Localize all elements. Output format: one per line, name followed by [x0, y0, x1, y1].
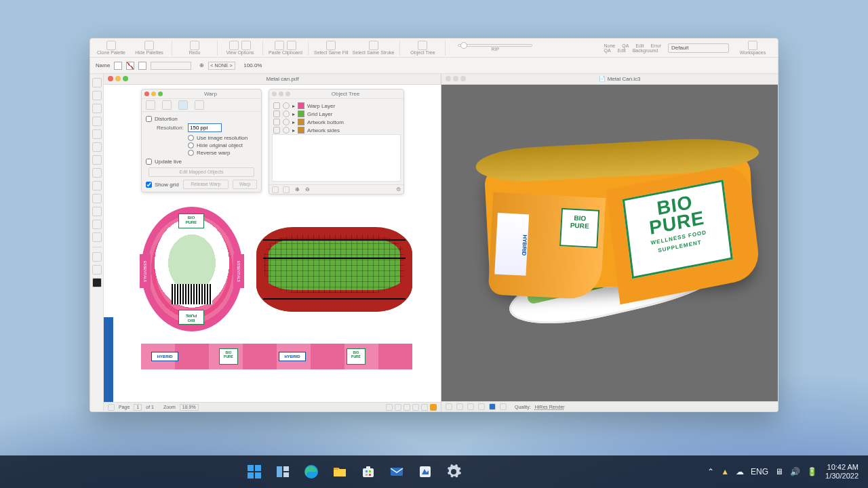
- hand-tool-icon[interactable]: [92, 168, 102, 178]
- delete-anchor-icon[interactable]: [92, 220, 102, 229]
- resolution-input[interactable]: [188, 123, 222, 132]
- warp-tab-4-icon[interactable]: [195, 100, 204, 110]
- stroke-swatch[interactable]: [126, 62, 134, 70]
- toolbar-group-hide[interactable]: Hide Palettes: [132, 41, 166, 55]
- toolbar-group-select-fill[interactable]: Select Same Fill: [314, 41, 349, 55]
- eye-icon[interactable]: [273, 119, 280, 125]
- zoom-input[interactable]: 18.9%: [180, 404, 199, 411]
- warp-button[interactable]: Warp: [233, 180, 257, 189]
- app-pinned-icon[interactable]: [414, 461, 436, 483]
- distortion-toggle[interactable]: [146, 116, 152, 122]
- window-controls-right[interactable]: [446, 76, 466, 81]
- toolbar-group-clone[interactable]: Clone Palette: [94, 41, 128, 55]
- warp-tabs[interactable]: [142, 99, 261, 112]
- layer-row[interactable]: ▸Artwork sides: [273, 126, 399, 134]
- use-image-res-radio[interactable]: [188, 135, 194, 141]
- layer-row[interactable]: ▸Warp Layer: [273, 102, 399, 110]
- lock-icon[interactable]: [283, 119, 290, 125]
- add-anchor-icon[interactable]: [92, 207, 102, 216]
- status-icon[interactable]: [108, 404, 115, 411]
- release-warp-button[interactable]: Release Warp: [183, 180, 229, 189]
- eye-icon[interactable]: [273, 110, 280, 117]
- view-icon[interactable]: [500, 403, 507, 410]
- toolbar-group-objtree[interactable]: Object Tree: [406, 41, 439, 55]
- reverse-warp-radio[interactable]: [188, 150, 194, 156]
- tray-chevron-icon[interactable]: ⌃: [707, 467, 714, 476]
- objtree-footer-icon[interactable]: [272, 186, 279, 193]
- warp-tab-1-icon[interactable]: [146, 100, 155, 110]
- layer-row[interactable]: ▸Artwork bottom: [273, 118, 399, 126]
- status-icon[interactable]: [386, 404, 393, 411]
- status-icon[interactable]: [403, 404, 410, 411]
- lock-icon[interactable]: [283, 127, 290, 134]
- rip-slider[interactable]: [458, 44, 532, 47]
- tray-onedrive-icon[interactable]: ▲: [721, 467, 729, 476]
- type-tool-icon[interactable]: [92, 155, 102, 165]
- right-tab-name[interactable]: 📄 Metal Can.ic3: [599, 76, 640, 82]
- warp-tab-3-icon[interactable]: [178, 100, 188, 110]
- zoom-tool-icon[interactable]: [92, 181, 102, 190]
- status-icon[interactable]: [412, 404, 419, 411]
- view-icon[interactable]: [467, 403, 474, 410]
- view-icon[interactable]: [456, 403, 463, 410]
- edge-browser-icon[interactable]: [300, 461, 322, 483]
- workspaces-button[interactable]: Workspaces: [736, 41, 770, 55]
- window-controls-left[interactable]: [108, 76, 128, 81]
- file-explorer-icon[interactable]: [329, 461, 351, 483]
- rendered-can-model[interactable]: BIO PURE WELLNESS FOOD SUPPLEMENT HYBRID…: [462, 130, 764, 335]
- objtree-gear-icon[interactable]: ⚙︎: [396, 186, 401, 192]
- direct-select-tool-icon[interactable]: [92, 91, 102, 100]
- eye-icon[interactable]: [273, 127, 280, 134]
- warning-icon[interactable]: [430, 404, 437, 411]
- layer-row[interactable]: ▸Grid Layer: [273, 110, 399, 118]
- toolbar-group-redo[interactable]: Redo: [178, 41, 212, 55]
- warp-tab-2-icon[interactable]: [162, 100, 172, 110]
- tray-volume-icon[interactable]: 🔊: [790, 467, 800, 476]
- right-canvas[interactable]: BIO PURE WELLNESS FOOD SUPPLEMENT HYBRID…: [441, 85, 778, 401]
- eye-icon[interactable]: [273, 102, 280, 109]
- toolbar-group-select-stroke[interactable]: Select Same Stroke: [353, 41, 395, 55]
- ellipse-tool-icon[interactable]: [92, 142, 102, 152]
- left-tab-name[interactable]: Metal can.pdf: [266, 76, 298, 82]
- tray-clock[interactable]: 10:42 AM 1/30/2022: [825, 463, 859, 481]
- stroke-tool-icon[interactable]: [92, 265, 102, 274]
- edit-mapped-button[interactable]: Edit Mapped Objects: [149, 167, 254, 177]
- pen-tool-icon[interactable]: [92, 117, 102, 126]
- tray-network-icon[interactable]: 🖥: [775, 467, 783, 476]
- status-icon[interactable]: [421, 404, 428, 411]
- artwork-3d-grid[interactable]: [256, 227, 412, 312]
- tray-language[interactable]: ENG: [751, 467, 768, 476]
- lock-icon[interactable]: [283, 102, 290, 109]
- tray-battery-icon[interactable]: 🔋: [807, 467, 817, 476]
- warp-panel-controls[interactable]: [144, 92, 163, 96]
- mail-icon[interactable]: [386, 461, 408, 483]
- rectangle-tool-icon[interactable]: [92, 129, 102, 139]
- status-icon[interactable]: [395, 404, 401, 411]
- toolbar-slider[interactable]: RIP: [451, 44, 539, 52]
- crop-tool-icon[interactable]: [92, 194, 102, 203]
- settings-icon[interactable]: [443, 461, 465, 483]
- task-view-icon[interactable]: [272, 461, 294, 483]
- microsoft-store-icon[interactable]: [357, 461, 379, 483]
- fill-tool-icon[interactable]: [92, 252, 102, 262]
- start-button[interactable]: [243, 461, 265, 483]
- preset-dropdown[interactable]: Default: [668, 43, 729, 53]
- objtree-panel-controls[interactable]: [272, 92, 290, 96]
- toolbar-group-paste[interactable]: Paste Clipboard: [269, 41, 302, 55]
- left-canvas[interactable]: Warp Distortion Resolution:: [104, 85, 441, 402]
- show-grid-checkbox[interactable]: [146, 182, 152, 188]
- tray-weather-icon[interactable]: ☁: [736, 467, 744, 476]
- view-icon[interactable]: [478, 403, 485, 410]
- artwork-side-strip[interactable]: HYBRID BIOPURE HYBRID BIOPURE: [141, 344, 412, 369]
- fill-swatch[interactable]: [114, 62, 122, 70]
- toolbar-group-view[interactable]: View Options: [223, 41, 257, 55]
- lasso-tool-icon[interactable]: [92, 104, 102, 113]
- selection-tool-icon[interactable]: [92, 78, 102, 87]
- artwork-top-label[interactable]: BIOPURE BIOPURE ESSENTIALS ESSENTIALS: [141, 207, 243, 331]
- objtree-footer-icon[interactable]: [283, 186, 290, 193]
- stroke-weight[interactable]: [151, 62, 191, 70]
- lock-icon[interactable]: [283, 110, 290, 117]
- update-live-checkbox[interactable]: [146, 159, 152, 165]
- swap-swatch[interactable]: [138, 62, 146, 70]
- view-icon[interactable]: [446, 403, 452, 410]
